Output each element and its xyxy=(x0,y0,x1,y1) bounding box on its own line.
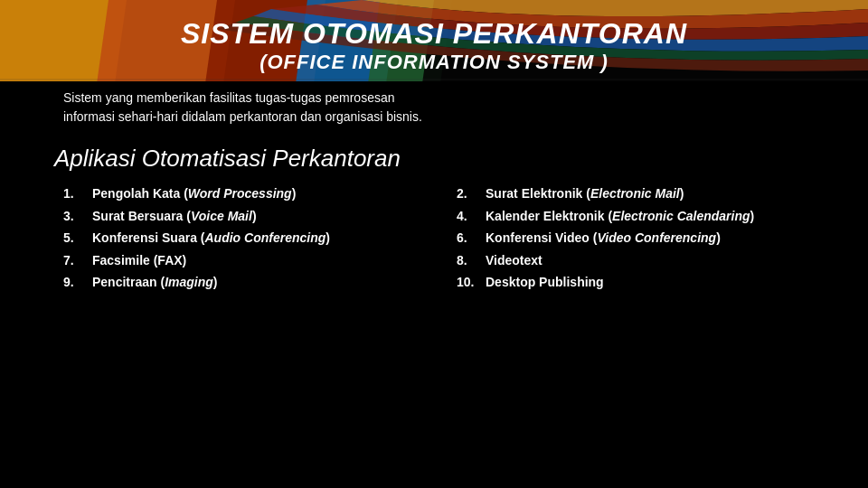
description: Sistem yang memberikan fasilitas tugas-t… xyxy=(63,89,814,127)
list-item: 3.Surat Bersuara (Voice Mail) xyxy=(63,206,420,226)
list-number: 9. xyxy=(63,272,85,292)
list-number: 4. xyxy=(457,206,478,226)
applications-list: 1.Pengolah Kata (Word Processing)2.Surat… xyxy=(63,183,814,292)
list-text: Surat Elektronik (Electronic Mail) xyxy=(486,183,684,203)
sub-title: (OFFICE INFORMATION SYSTEM ) xyxy=(54,51,814,74)
list-item: 6.Konferensi Video (Video Conferencing) xyxy=(457,228,814,248)
list-number: 3. xyxy=(63,206,85,226)
list-item: 10.Desktop Publishing xyxy=(457,272,814,292)
list-text: Konferensi Suara (Audio Conferencing) xyxy=(92,228,330,248)
list-item: 2.Surat Elektronik (Electronic Mail) xyxy=(457,183,814,203)
list-number: 5. xyxy=(63,228,85,248)
section-heading: Aplikasi Otomatisasi Perkantoran xyxy=(54,145,814,173)
list-item: 1.Pengolah Kata (Word Processing) xyxy=(63,183,420,203)
list-text: Kalender Elektronik (Electronic Calendar… xyxy=(486,206,754,226)
list-text: Pencitraan (Imaging) xyxy=(92,272,217,292)
list-item: 9.Pencitraan (Imaging) xyxy=(63,272,420,292)
list-item: 5.Konferensi Suara (Audio Conferencing) xyxy=(63,228,420,248)
list-item: 7.Facsimile (FAX) xyxy=(63,250,420,270)
list-text: Videotext xyxy=(486,250,542,270)
list-number: 7. xyxy=(63,250,85,270)
list-text: Konferensi Video (Video Conferencing) xyxy=(486,228,721,248)
title-block: SISTEM OTOMASI PERKANTORAN (OFFICE INFOR… xyxy=(54,16,814,74)
list-number: 1. xyxy=(63,183,85,203)
list-text: Facsimile (FAX) xyxy=(92,250,186,270)
list-item: 8.Videotext xyxy=(457,250,814,270)
main-title: SISTEM OTOMASI PERKANTORAN xyxy=(54,16,814,51)
list-text: Desktop Publishing xyxy=(486,272,604,292)
list-number: 8. xyxy=(457,250,478,270)
description-line2: informasi sehari-hari didalam perkantora… xyxy=(63,109,422,124)
list-text: Pengolah Kata (Word Processing) xyxy=(92,183,296,203)
description-line1: Sistem yang memberikan fasilitas tugas-t… xyxy=(63,90,395,105)
list-number: 6. xyxy=(457,228,478,248)
list-item: 4.Kalender Elektronik (Electronic Calend… xyxy=(457,206,814,226)
list-number: 2. xyxy=(457,183,478,203)
list-text: Surat Bersuara (Voice Mail) xyxy=(92,206,257,226)
list-number: 10. xyxy=(457,272,478,292)
